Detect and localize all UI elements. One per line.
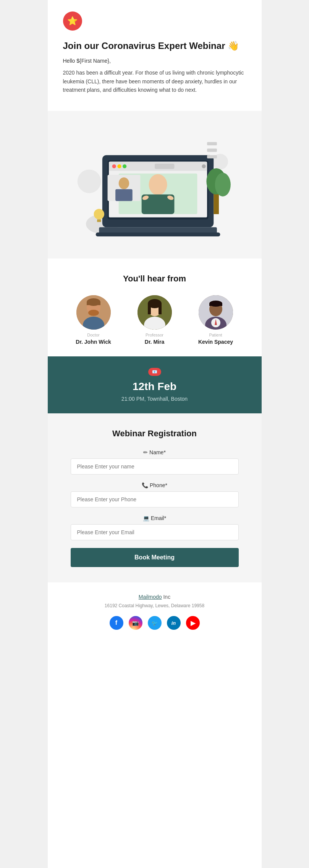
speaker-card-2: Professor Dr. Mira [130,295,180,345]
twitter-link[interactable]: 🐦 [148,616,162,630]
main-title: Join our Coronavirus Expert Webinar 👋 [63,40,246,52]
speaker-card-1: Doctor Dr. John Wick [69,295,118,345]
webinar-illustration [48,111,262,258]
svg-point-7 [112,164,116,168]
speakers-grid: Doctor Dr. John Wick [63,295,246,345]
laptop-svg [63,122,246,247]
svg-point-8 [117,164,121,168]
svg-rect-42 [159,304,162,314]
linkedin-link[interactable]: in [167,616,181,630]
svg-rect-24 [115,189,133,201]
speaker-name-2: Dr. Mira [145,339,164,345]
speaker-role-1: Doctor [87,333,99,337]
svg-point-25 [94,209,104,219]
registration-section: Webinar Registration ✏ Name* 📞 Phone* 💻 … [48,413,262,582]
event-icon: 📧 [63,368,246,376]
svg-rect-50 [209,304,222,306]
footer-brand-suffix: Inc [162,594,171,600]
email-label: 💻 Email* [71,515,239,521]
mailmodo-link[interactable]: Mailmodo [139,594,162,600]
footer-brand: Mailmodo Inc [63,594,246,600]
phone-input[interactable] [71,491,239,507]
speaker-role-2: Professor [146,333,163,337]
speaker-card-3: Patient Kevin Spacey [191,295,241,345]
name-input[interactable] [71,458,239,475]
twitter-icon: 🐦 [152,620,158,626]
speaker-avatar-mira [138,295,172,330]
speaker-avatar-kevin [199,295,233,330]
svg-rect-21 [95,232,220,236]
event-date: 12th Feb [63,380,246,393]
instagram-link[interactable]: 📷 [129,616,142,630]
speaker-role-3: Patient [209,333,222,337]
svg-point-23 [118,177,129,189]
svg-point-19 [215,173,230,197]
svg-point-1 [77,170,101,193]
svg-point-13 [149,174,167,195]
greeting: Hello ${First Name}, [63,58,246,64]
book-meeting-button[interactable]: Book Meeting [71,548,239,567]
facebook-icon: f [115,619,117,626]
svg-point-9 [123,164,126,168]
svg-point-35 [88,310,99,316]
svg-point-11 [202,164,205,168]
speakers-section: You'll hear from [48,258,262,356]
name-field-group: ✏ Name* [71,449,239,475]
email-field-group: 💻 Email* [71,515,239,540]
phone-field-group: 📞 Phone* [71,482,239,507]
speaker-name-1: Dr. John Wick [76,339,111,345]
logo: ⭐ [63,11,82,31]
email-container: ⭐ Join our Coronavirus Expert Webinar 👋 … [48,0,262,868]
event-badge: 📧 [148,368,161,376]
event-section: 📧 12th Feb 21:00 PM, Townhall, Boston [48,356,262,413]
speaker-avatar-john [76,295,111,330]
body-text: 2020 has been a difficult year. For thos… [63,68,246,94]
registration-title: Webinar Registration [71,429,239,439]
svg-rect-33 [87,302,100,305]
svg-rect-29 [207,142,217,146]
title-text: Join our Coronavirus Expert Webinar [63,41,225,51]
youtube-icon: ▶ [191,619,195,627]
email-input[interactable] [71,524,239,540]
linkedin-icon: in [171,620,176,626]
name-label: ✏ Name* [71,449,239,455]
youtube-link[interactable]: ▶ [186,616,200,630]
svg-rect-41 [148,304,151,314]
speakers-title: You'll hear from [63,274,246,284]
facebook-link[interactable]: f [110,616,123,630]
logo-icon: ⭐ [67,16,78,26]
phone-label: 📞 Phone* [71,482,239,488]
top-section: ⭐ Join our Coronavirus Expert Webinar 👋 … [48,0,262,111]
svg-rect-27 [207,155,217,159]
social-icons: f 📷 🐦 in ▶ [63,616,246,630]
footer-section: Mailmodo Inc 16192 Coastal Highway, Lewe… [48,582,262,645]
speaker-name-3: Kevin Spacey [198,339,233,345]
title-emoji: 👋 [228,41,239,51]
footer-address: 16192 Coastal Highway, Lewes, Delaware 1… [63,603,246,608]
instagram-icon: 📷 [132,620,139,626]
svg-rect-26 [97,219,101,222]
svg-rect-10 [155,164,174,169]
event-details: 21:00 PM, Townhall, Boston [63,396,246,402]
svg-rect-28 [207,149,217,152]
